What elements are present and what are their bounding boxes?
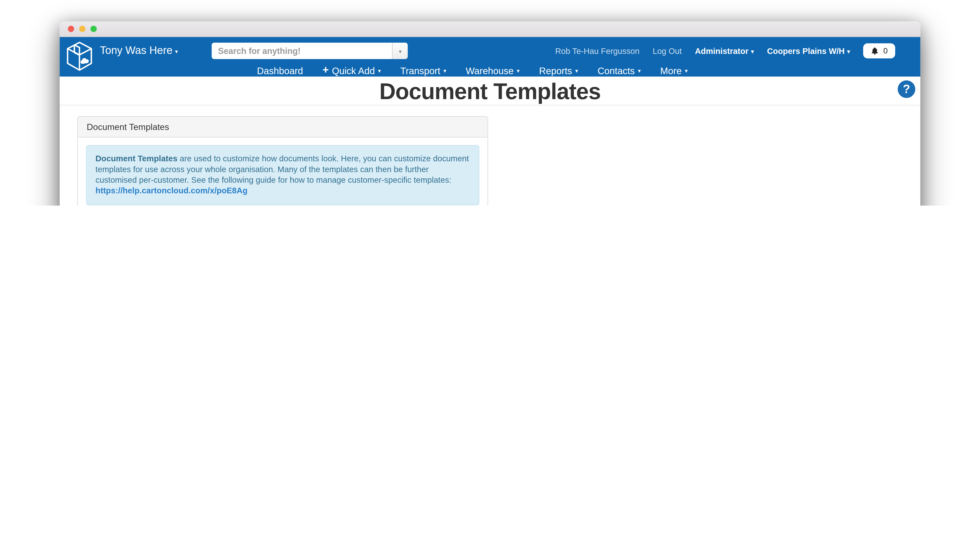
- caret-down-icon: ▾: [847, 49, 850, 54]
- panel-document-templates: Document Templates Document Templates ar…: [77, 116, 488, 206]
- warehouse-label: Coopers Plains W/H: [767, 46, 845, 56]
- role-menu[interactable]: Administrator ▾: [695, 46, 754, 56]
- page-heading-bar: Document Templates ?: [60, 76, 920, 105]
- global-search: ▾: [212, 43, 408, 59]
- search-input[interactable]: [212, 43, 392, 59]
- user-name: Rob Te-Hau Fergusson: [555, 46, 640, 56]
- nav-label: Reports: [539, 65, 572, 76]
- page-content: Document Templates Document Templates ar…: [60, 105, 920, 206]
- caret-down-icon: ▾: [378, 68, 381, 74]
- nav-item-transport[interactable]: Transport ▾: [400, 65, 446, 76]
- screenshot-stage: Tony Was Here ▾ ▾ Rob Te-Hau Fergusson L…: [0, 0, 980, 206]
- nav-label: Quick Add: [332, 65, 375, 76]
- notifications-button[interactable]: 0: [863, 43, 895, 59]
- nav-item-contacts[interactable]: Contacts ▾: [597, 65, 641, 76]
- caret-down-icon: ▾: [638, 68, 641, 74]
- minimize-window-icon[interactable]: [79, 25, 86, 32]
- nav-label: Dashboard: [257, 65, 303, 76]
- caret-down-icon: ▾: [443, 68, 446, 74]
- caret-down-icon: ▾: [175, 49, 178, 54]
- nav-item-quick-add[interactable]: + Quick Add ▾: [323, 65, 381, 76]
- notification-count: 0: [883, 46, 888, 55]
- caret-down-icon: ▾: [685, 68, 688, 74]
- caret-down-icon: ▾: [575, 68, 578, 74]
- tenant-menu[interactable]: Tony Was Here ▾: [100, 44, 178, 57]
- page-title: Document Templates: [60, 76, 920, 106]
- panel-title: Document Templates: [78, 117, 488, 138]
- caret-down-icon: ▾: [399, 49, 402, 54]
- plus-icon: +: [323, 65, 329, 75]
- help-guide-link[interactable]: https://help.cartoncloud.com/x/poE8Ag: [95, 186, 247, 195]
- logout-link[interactable]: Log Out: [653, 46, 682, 56]
- cartoncloud-logo-icon[interactable]: [65, 40, 94, 74]
- help-button[interactable]: ?: [898, 80, 915, 98]
- app-window: Tony Was Here ▾ ▾ Rob Te-Hau Fergusson L…: [60, 21, 920, 206]
- maximize-window-icon[interactable]: [91, 25, 97, 32]
- warehouse-menu[interactable]: Coopers Plains W/H ▾: [767, 46, 850, 56]
- header-top-row: Tony Was Here ▾ ▾ Rob Te-Hau Fergusson L…: [60, 37, 920, 64]
- caret-down-icon: ▾: [751, 49, 754, 54]
- panel-body: Document Templates are used to customize…: [78, 138, 488, 206]
- role-label: Administrator: [695, 46, 748, 56]
- nav-label: Warehouse: [466, 65, 514, 76]
- nav-label: Transport: [400, 65, 440, 76]
- info-well: Document Templates are used to customize…: [86, 145, 479, 205]
- tenant-name: Tony Was Here: [100, 44, 172, 57]
- nav-item-dashboard[interactable]: Dashboard: [257, 65, 303, 76]
- nav-item-warehouse[interactable]: Warehouse ▾: [466, 65, 520, 76]
- app-header: Tony Was Here ▾ ▾ Rob Te-Hau Fergusson L…: [60, 37, 920, 76]
- nav-label: More: [660, 65, 681, 76]
- info-lead: Document Templates: [95, 154, 177, 163]
- user-toolbar: Rob Te-Hau Fergusson Log Out Administrat…: [555, 43, 895, 59]
- question-mark-icon: ?: [903, 82, 910, 96]
- search-options-button[interactable]: ▾: [392, 43, 408, 59]
- nav-item-more[interactable]: More ▾: [660, 65, 688, 76]
- caret-down-icon: ▾: [517, 68, 520, 74]
- nav-label: Contacts: [597, 65, 635, 76]
- bell-icon: [871, 46, 879, 55]
- nav-item-reports[interactable]: Reports ▾: [539, 65, 578, 76]
- macos-titlebar: [60, 21, 920, 37]
- close-window-icon[interactable]: [68, 25, 74, 32]
- main-nav: Dashboard + Quick Add ▾ Transport ▾ Ware…: [60, 64, 920, 78]
